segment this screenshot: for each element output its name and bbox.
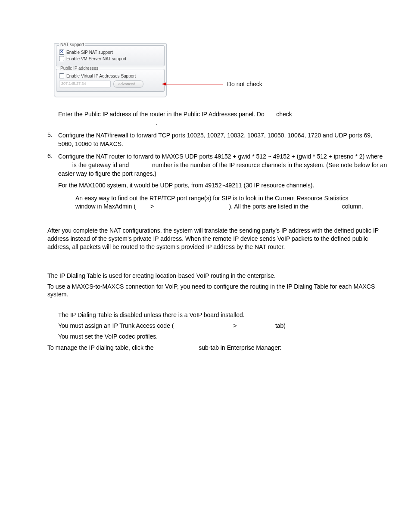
arrow-line xyxy=(162,84,223,84)
note-1: The IP Dialing Table is disabled unless … xyxy=(58,311,387,320)
row-enable-vm-nat[interactable]: Enable VM Server NAT support xyxy=(59,56,162,61)
callout-do-not-check: Do not check xyxy=(162,81,274,87)
paragraph-ip-dialing-1: The IP Dialing Table is used for creatin… xyxy=(47,272,387,280)
checkbox-enable-sip-nat[interactable] xyxy=(59,50,64,55)
paragraph-manage-ip-dialing: To manage the IP dialing table, click th… xyxy=(47,344,387,352)
row-enable-sip-nat[interactable]: Enable SIP NAT support xyxy=(59,50,162,55)
callout-text: Do not check xyxy=(227,81,262,87)
step-6: 6. Configure the NAT router to forward t… xyxy=(47,152,387,178)
label-enable-sip-nat: Enable SIP NAT support xyxy=(66,50,113,55)
paragraph-enter-public-ip: Enter the Public IP address of the route… xyxy=(58,110,387,127)
group-nat-support: NAT support Enable SIP NAT support Enabl… xyxy=(56,45,165,66)
row-enable-virtual-ip[interactable]: Enable Virtual IP Addresses Support xyxy=(59,73,162,78)
step-5-text: Configure the NAT/firewall to forward TC… xyxy=(58,131,387,148)
group-public-ip: Public IP addresses Enable Virtual IP Ad… xyxy=(56,69,165,92)
arrow-head-icon xyxy=(162,82,166,86)
checkbox-enable-virtual-ip[interactable] xyxy=(59,73,64,78)
paragraph-max1000: For the MAX1000 system, it would be UDP … xyxy=(58,181,387,190)
group-title-nat: NAT support xyxy=(59,43,85,47)
note-3: You must set the VoIP codec profiles. xyxy=(58,332,387,341)
label-enable-vm-nat: Enable VM Server NAT support xyxy=(66,56,126,61)
checkbox-enable-vm-nat[interactable] xyxy=(59,56,64,61)
advanced-button[interactable]: Advanced... xyxy=(113,80,143,88)
step-6-text: Configure the NAT router to forward to M… xyxy=(58,152,387,178)
paragraph-after-nat: After you complete the NAT configuration… xyxy=(47,227,387,251)
note-2: You must assign an IP Trunk Access code … xyxy=(58,321,387,330)
public-ip-input[interactable]: 207.145.27.34 xyxy=(59,81,111,87)
nat-support-screenshot: NAT support Enable SIP NAT support Enabl… xyxy=(54,43,387,97)
label-enable-virtual-ip: Enable Virtual IP Addresses Support xyxy=(66,74,136,78)
paragraph-ip-dialing-2: To use a MAXCS-to-MAXCS connection for V… xyxy=(47,283,387,299)
step-5: 5. Configure the NAT/firewall to forward… xyxy=(47,131,387,148)
group-title-public-ip: Public IP addresses xyxy=(59,66,100,71)
step-5-number: 5. xyxy=(47,131,58,148)
settings-panel: NAT support Enable SIP NAT support Enabl… xyxy=(54,43,167,97)
notes-list: The IP Dialing Table is disabled unless … xyxy=(58,311,387,341)
paragraph-port-range-tip: An easy way to find out the RTP/TCP port… xyxy=(75,194,368,211)
step-6-number: 6. xyxy=(47,152,58,178)
